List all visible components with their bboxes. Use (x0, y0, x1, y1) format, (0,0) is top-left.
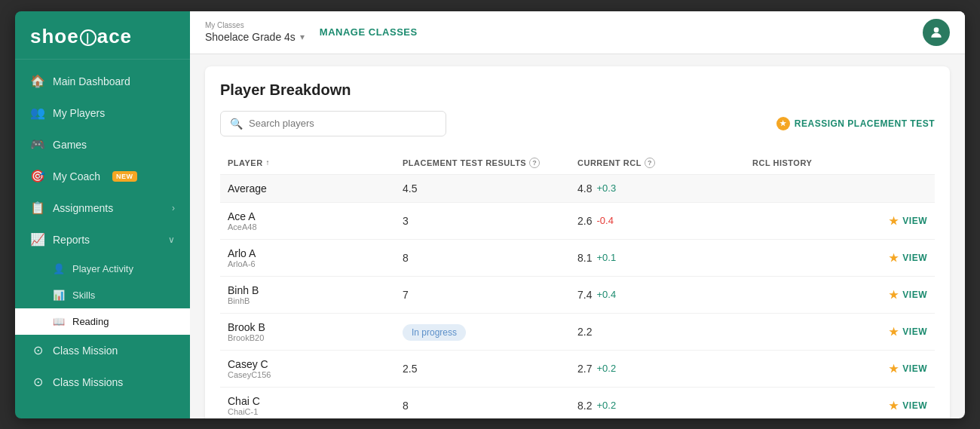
placement-score: 8 (403, 400, 577, 412)
player-name: Binh B (228, 284, 403, 296)
view-button[interactable]: ★ VIEW (889, 326, 927, 338)
table-row: Brook B BrookB20 In progress 2.2 ★ (220, 314, 935, 351)
player-breakdown-card: Player Breakdown 🔍 ★ REASSIGN PLACEMENT … (205, 66, 950, 418)
logo-area: shoe|ace (15, 11, 190, 60)
player-id: BinhB (228, 296, 403, 305)
sidebar-item-label: Reading (72, 316, 109, 327)
rcl-value: 4.8 (577, 182, 592, 195)
placement-score: 8 (403, 252, 577, 264)
page-title: Player Breakdown (220, 81, 935, 99)
view-button[interactable]: ★ VIEW (889, 289, 927, 301)
rcl-history-cell: ★ VIEW (752, 326, 927, 338)
player-id: ArloA-6 (228, 259, 403, 268)
rcl-value: 2.2 (577, 326, 592, 338)
reading-icon: 📖 (53, 316, 65, 327)
sidebar-item-label: Player Activity (72, 263, 133, 274)
star-icon: ★ (889, 215, 899, 227)
view-button[interactable]: ★ VIEW (889, 363, 927, 375)
star-icon: ★ (889, 252, 899, 264)
reassign-placement-test-button[interactable]: ★ REASSIGN PLACEMENT TEST (776, 117, 935, 130)
content-area: Player Breakdown 🔍 ★ REASSIGN PLACEMENT … (190, 54, 965, 418)
sidebar-item-class-mission[interactable]: ⊙ Class Mission (15, 335, 190, 366)
main-area: My Classes Shoelace Grade 4s ▾ MANAGE CL… (190, 11, 965, 418)
rcl-diff: +0.2 (596, 400, 616, 411)
class-name: Shoelace Grade 4s (205, 31, 296, 43)
sidebar-item-label: My Coach (53, 170, 100, 182)
sidebar-item-class-missions[interactable]: ⊙ Class Missions (15, 366, 190, 398)
class-dropdown[interactable]: Shoelace Grade 4s ▾ (205, 31, 305, 43)
rcl-history-cell: ★ VIEW (752, 363, 927, 375)
rcl-diff: +0.3 (596, 182, 616, 194)
table-row: Binh B BinhB 7 7.4 +0.4 ★ VIEW (220, 277, 935, 314)
player-id: ChaiC-1 (228, 407, 403, 416)
table-header: PLAYER ↑ PLACEMENT TEST RESULTS ? CURREN… (220, 152, 935, 175)
sidebar-item-player-activity[interactable]: 👤 Player Activity (15, 256, 190, 282)
star-icon: ★ (889, 400, 899, 412)
toolbar: 🔍 ★ REASSIGN PLACEMENT TEST (220, 111, 935, 136)
avatar[interactable] (923, 19, 950, 46)
table-row: Chai C ChaiC-1 8 8.2 +0.2 ★ VIEW (220, 388, 935, 418)
placement-score: 4.5 (403, 182, 577, 195)
col-header-rcl-history: RCL HISTORY (752, 158, 927, 168)
sidebar-item-assignments[interactable]: 📋 Assignments › (15, 192, 190, 224)
sidebar-item-games[interactable]: 🎮 Games (15, 129, 190, 161)
star-icon: ★ (889, 326, 899, 338)
sidebar-item-main-dashboard[interactable]: 🏠 Main Dashboard (15, 66, 190, 97)
sidebar-item-label: Main Dashboard (53, 75, 130, 87)
sidebar-item-my-players[interactable]: 👥 My Players (15, 97, 190, 129)
rcl-history-cell: ★ VIEW (752, 400, 927, 412)
player-id: BrookB20 (228, 333, 403, 342)
player-name: Ace A (228, 210, 403, 222)
skills-icon: 📊 (53, 290, 65, 301)
sidebar-item-reading[interactable]: 📖 Reading (15, 308, 190, 335)
chevron-right-icon: › (172, 203, 175, 213)
player-name: Arlo A (228, 247, 403, 259)
table-row: Arlo A ArloA-6 8 8.1 +0.1 ★ VIEW (220, 240, 935, 277)
current-rcl-cell: 2.6 -0.4 (577, 215, 752, 227)
view-button[interactable]: ★ VIEW (889, 252, 927, 264)
player-id: CaseyC156 (228, 370, 403, 379)
current-rcl-cell: 2.7 +0.2 (577, 363, 752, 375)
help-icon-placement[interactable]: ? (529, 158, 540, 168)
rcl-value: 8.2 (577, 400, 592, 412)
sidebar-item-label: Reports (53, 234, 90, 246)
sidebar: shoe|ace 🏠 Main Dashboard 👥 My Players 🎮… (15, 11, 190, 418)
current-rcl-cell: 8.1 +0.1 (577, 252, 752, 264)
table-row: Casey C CaseyC156 2.5 2.7 +0.2 ★ VIEW (220, 351, 935, 388)
sidebar-item-reports[interactable]: 📈 Reports ∨ (15, 224, 190, 256)
sidebar-item-label: Assignments (53, 202, 113, 214)
rcl-diff: -0.4 (596, 215, 613, 226)
rcl-diff: +0.4 (596, 289, 616, 300)
manage-classes-button[interactable]: MANAGE CLASSES (320, 26, 418, 38)
placement-score: In progress (403, 326, 577, 338)
sidebar-item-label: Class Missions (53, 376, 123, 388)
star-icon: ★ (889, 289, 899, 301)
sidebar-item-my-coach[interactable]: 🎯 My Coach NEW (15, 161, 190, 192)
sidebar-item-label: My Players (53, 107, 105, 119)
new-badge: NEW (112, 171, 137, 182)
col-header-current-rcl: CURRENT RCL ? (577, 158, 752, 168)
search-input[interactable] (249, 118, 436, 129)
dropdown-arrow-icon: ▾ (300, 32, 305, 42)
view-button[interactable]: ★ VIEW (889, 215, 927, 227)
sidebar-item-skills[interactable]: 📊 Skills (15, 282, 190, 308)
class-selector[interactable]: My Classes Shoelace Grade 4s ▾ (205, 21, 305, 43)
help-icon-rcl[interactable]: ? (645, 158, 655, 168)
current-rcl-cell: 4.8 +0.3 (577, 182, 752, 195)
player-activity-icon: 👤 (53, 263, 65, 274)
in-progress-badge: In progress (403, 324, 466, 341)
app-logo: shoe|ace (30, 25, 175, 48)
col-header-placement: PLACEMENT TEST RESULTS ? (403, 158, 577, 168)
placement-score: 3 (403, 215, 577, 227)
search-box[interactable]: 🔍 (220, 111, 446, 136)
home-icon: 🏠 (30, 74, 45, 89)
sidebar-item-label: Games (53, 139, 87, 151)
svg-point-0 (934, 27, 939, 32)
view-button[interactable]: ★ VIEW (889, 400, 927, 412)
class-selector-label: My Classes (205, 21, 305, 29)
sidebar-nav: 🏠 Main Dashboard 👥 My Players 🎮 Games 🎯 … (15, 60, 190, 418)
sort-icon[interactable]: ↑ (266, 158, 271, 167)
rcl-history-cell: ★ VIEW (752, 215, 927, 227)
table-row-average: Average 4.5 4.8 +0.3 (220, 175, 935, 203)
rcl-diff: +0.1 (596, 252, 616, 263)
